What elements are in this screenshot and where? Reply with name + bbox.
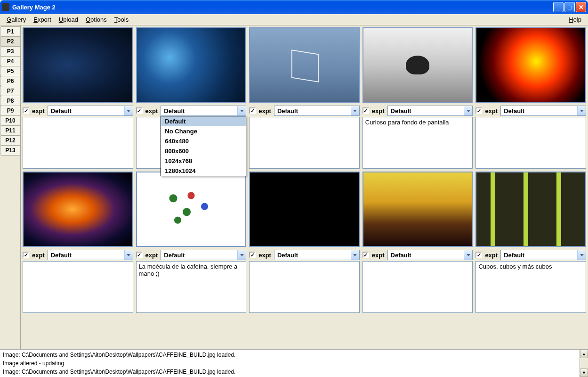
thumbnail-cell: ✓exptDefault (23, 27, 133, 169)
description-textarea[interactable] (249, 261, 360, 313)
size-combo-value: Default (274, 107, 351, 115)
scroll-down-button[interactable]: ▼ (580, 369, 588, 377)
scroll-up-button[interactable]: ▲ (580, 350, 588, 358)
expt-checkbox[interactable]: ✓ (362, 107, 369, 114)
thumbnail-image[interactable] (362, 172, 473, 247)
page-tab-p11[interactable]: P11 (0, 125, 20, 136)
size-combo[interactable]: Default (274, 250, 360, 260)
expt-checkbox[interactable]: ✓ (136, 252, 143, 258)
expt-checkbox[interactable]: ✓ (136, 107, 143, 114)
thumbnail-controls: ✓exptDefault (475, 250, 586, 260)
description-textarea[interactable] (362, 261, 473, 313)
page-tab-p10[interactable]: P10 (0, 115, 20, 126)
page-tab-p4[interactable]: P4 (0, 56, 20, 66)
page-tab-p9[interactable]: P9 (0, 106, 20, 116)
menu-upload[interactable]: Upload (55, 15, 82, 25)
window-title: Gallery Mage 2 (12, 4, 553, 11)
thumbnail-image[interactable] (362, 27, 473, 103)
description-textarea[interactable] (475, 117, 586, 169)
menu-gallery[interactable]: Gallery (3, 15, 30, 25)
thumbnail-cell: ✓exptDefault (249, 27, 360, 169)
dropdown-option[interactable]: No Change (161, 126, 246, 136)
page-tab-p6[interactable]: P6 (0, 76, 20, 86)
thumbnail-image[interactable] (249, 27, 360, 103)
menu-export[interactable]: Export (30, 15, 55, 25)
size-combo[interactable]: Default (48, 106, 133, 116)
menu-help[interactable]: Help (565, 15, 585, 25)
description-textarea[interactable]: Cubos, cubos y más cubos (475, 261, 586, 313)
chevron-down-icon[interactable] (464, 250, 472, 260)
minimize-button[interactable]: _ (553, 2, 564, 12)
close-button[interactable]: ✕ (576, 2, 586, 12)
chevron-down-icon[interactable] (237, 250, 246, 260)
page-tab-p12[interactable]: P12 (0, 135, 20, 146)
expt-checkbox[interactable]: ✓ (249, 107, 256, 114)
size-combo-value: Default (388, 252, 464, 259)
page-tab-p5[interactable]: P5 (0, 66, 20, 76)
dropdown-option[interactable]: 1280x1024 (161, 166, 246, 176)
thumbnail-image[interactable] (136, 27, 247, 103)
page-tab-p3[interactable]: P3 (0, 46, 20, 57)
expt-label: expt (32, 107, 45, 115)
expt-checkbox[interactable]: ✓ (249, 252, 256, 258)
size-combo-value: Default (501, 252, 577, 259)
dropdown-option[interactable]: 1024x768 (161, 156, 246, 166)
size-combo[interactable]: Default (500, 250, 586, 260)
size-combo[interactable]: Default (387, 250, 473, 260)
thumbnail-image[interactable] (475, 27, 586, 103)
page-tab-p2[interactable]: P2 (0, 36, 20, 47)
description-textarea[interactable] (249, 117, 360, 169)
thumbnail-controls: ✓exptDefault (249, 250, 360, 260)
size-combo-value: Default (161, 107, 237, 115)
thumbnail-image[interactable] (23, 27, 133, 103)
thumbnail-image[interactable] (249, 172, 360, 247)
maximize-button[interactable]: □ (564, 2, 575, 12)
page-tab-p8[interactable]: P8 (0, 96, 20, 106)
size-combo-value: Default (48, 252, 124, 259)
description-textarea[interactable] (23, 261, 133, 313)
chevron-down-icon[interactable] (237, 106, 246, 115)
chevron-down-icon[interactable] (577, 250, 586, 260)
chevron-down-icon[interactable] (464, 106, 472, 115)
dropdown-option[interactable]: 640x480 (161, 136, 246, 146)
status-log: Image: C:\Documents and Settings\Aitor\D… (0, 350, 580, 377)
menu-tools[interactable]: Tools (111, 15, 132, 25)
thumbnail-image[interactable] (475, 172, 586, 247)
size-combo[interactable]: Default (161, 250, 246, 260)
thumbnail-image[interactable] (23, 172, 133, 247)
chevron-down-icon[interactable] (351, 250, 359, 260)
page-tabs: P1P2P3P4P5P6P7P8P9P10P11P12P13 (0, 25, 21, 349)
size-combo-value: Default (388, 107, 464, 115)
description-textarea[interactable]: La moécula de la cafeína, siempre a mano… (136, 261, 247, 313)
thumbnail-image[interactable] (136, 172, 247, 247)
size-combo[interactable]: Default (274, 106, 360, 116)
page-tab-p13[interactable]: P13 (0, 145, 20, 156)
expt-checkbox[interactable]: ✓ (362, 252, 369, 258)
expt-checkbox[interactable]: ✓ (475, 252, 482, 258)
page-tab-p1[interactable]: P1 (0, 26, 20, 37)
size-combo[interactable]: Default (161, 106, 246, 116)
size-combo[interactable]: Default (500, 106, 586, 116)
expt-checkbox[interactable]: ✓ (475, 107, 482, 114)
chevron-down-icon[interactable] (577, 106, 586, 115)
thumbnail-cell: ✓exptDefaultLa moécula de la cafeína, si… (136, 172, 247, 313)
menu-options[interactable]: Options (82, 15, 111, 25)
page-tab-p7[interactable]: P7 (0, 86, 20, 96)
chevron-down-icon[interactable] (124, 106, 133, 115)
thumbnail-controls: ✓exptDefault (249, 106, 360, 116)
description-textarea[interactable]: Curioso para fondo de pantalla (362, 117, 473, 169)
titlebar[interactable]: Gallery Mage 2 _ □ ✕ (0, 0, 588, 14)
thumbnail-cell: ✓exptDefault (475, 27, 586, 169)
description-textarea[interactable] (23, 117, 133, 169)
size-combo[interactable]: Default (48, 250, 133, 260)
expt-checkbox[interactable]: ✓ (23, 107, 29, 114)
chevron-down-icon[interactable] (351, 106, 359, 115)
expt-checkbox[interactable]: ✓ (23, 252, 29, 258)
size-combo[interactable]: Default (387, 106, 473, 116)
status-scrollbar[interactable]: ▲ ▼ (580, 350, 588, 377)
thumbnail-controls: ✓exptDefault (23, 250, 133, 260)
size-dropdown-menu[interactable]: DefaultNo Change640x480800x6001024x76812… (161, 116, 246, 176)
dropdown-option[interactable]: 800x600 (161, 146, 246, 156)
dropdown-option[interactable]: Default (161, 116, 246, 126)
chevron-down-icon[interactable] (124, 250, 133, 260)
